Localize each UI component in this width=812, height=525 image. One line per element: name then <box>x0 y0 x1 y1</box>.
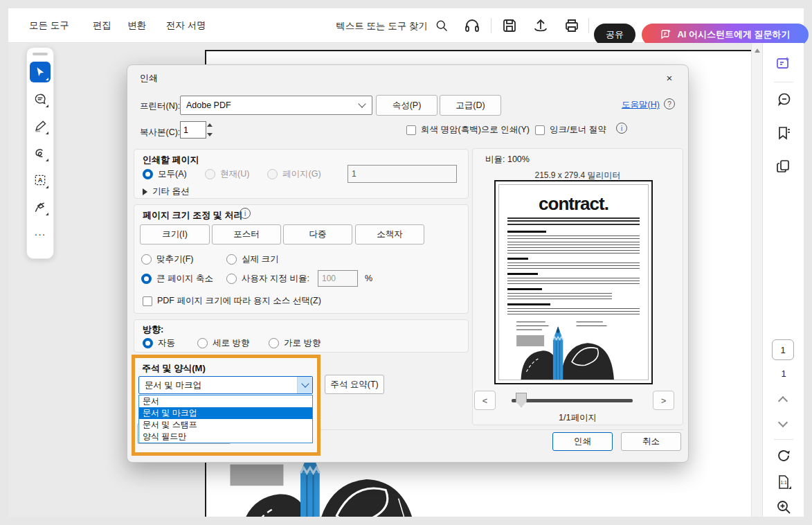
search-input[interactable] <box>324 21 428 31</box>
dropdown-option[interactable]: 문서 <box>139 395 312 407</box>
select-tool-button[interactable] <box>30 62 51 82</box>
tool-rail-drag-handle[interactable] <box>33 53 48 55</box>
menu-edit[interactable]: 편집 <box>93 8 111 43</box>
menu-all-tools[interactable]: 모든 도구 <box>29 8 69 43</box>
fill-sign-tool-button[interactable] <box>30 197 51 217</box>
info-icon[interactable]: i <box>240 208 251 219</box>
preview-text-block <box>507 235 640 239</box>
fit-label: 맞추기(F) <box>156 253 193 265</box>
radio-icon <box>269 338 279 348</box>
menu-esign[interactable]: 전자 서명 <box>166 8 206 43</box>
draw-lasso-tool-button[interactable] <box>30 143 51 163</box>
advanced-button[interactable]: 고급(D) <box>440 95 501 116</box>
cancel-button[interactable]: 취소 <box>621 432 681 451</box>
preview-text-block <box>507 308 640 314</box>
page-range-input[interactable] <box>348 165 457 183</box>
more-options-label: 기타 옵션 <box>152 186 189 197</box>
radio-icon <box>141 274 152 284</box>
radio-landscape[interactable]: 가로 방향 <box>269 337 321 349</box>
text-select-icon: A <box>33 173 47 187</box>
custom-scale-input[interactable] <box>318 270 358 287</box>
page-number-input[interactable]: 1 <box>772 339 794 360</box>
page-slider-track[interactable] <box>512 399 633 402</box>
radio-custom-scale[interactable]: 사용자 지정 비율: <box>226 273 309 285</box>
headset-icon[interactable] <box>464 17 480 34</box>
ai-assistant-icon[interactable] <box>775 55 792 72</box>
properties-button[interactable]: 속성(P) <box>376 95 437 116</box>
edit-pencil-tool-button[interactable] <box>30 116 51 136</box>
radio-shrink-oversized[interactable]: 큰 페이지 축소 <box>141 273 213 285</box>
print-button[interactable]: 인쇄 <box>552 432 613 451</box>
paper-source-checkbox[interactable]: PDF 페이지 크기에 따라 용지 소스 선택(Z) <box>143 295 321 307</box>
spin-up-icon[interactable] <box>207 123 213 127</box>
next-page-chevron-icon[interactable] <box>778 418 788 427</box>
search-box[interactable] <box>324 15 449 36</box>
radio-auto-orientation[interactable]: 자동 <box>143 337 175 349</box>
actual-size-label: 실제 크기 <box>242 253 278 265</box>
save-icon[interactable] <box>501 17 518 34</box>
info-icon[interactable]: i <box>616 123 627 134</box>
combo-chevron-cell[interactable] <box>297 377 312 393</box>
spin-down-icon[interactable] <box>207 133 213 136</box>
printer-label: 프린터(N): <box>140 100 180 112</box>
scroll-up-icon[interactable] <box>755 48 760 53</box>
orientation-title: 방향: <box>143 323 163 336</box>
multiple-button[interactable]: 다중 <box>283 224 352 244</box>
flyout-corner <box>46 78 48 80</box>
radio-page-range[interactable]: 페이지(G) <box>267 168 321 180</box>
preview-heading-stub <box>507 258 528 260</box>
copies-input[interactable] <box>180 121 206 139</box>
pencil-icon <box>33 119 47 133</box>
sizing-section: 페이지 크기 조정 및 처리 i 크기(I) 포스터 다중 소책자 맞추기(F)… <box>134 204 469 314</box>
print-icon[interactable] <box>563 17 580 34</box>
printer-select[interactable]: Adobe PDF <box>180 96 372 115</box>
radio-current-page[interactable]: 현재(U) <box>205 168 249 180</box>
booklet-button[interactable]: 소책자 <box>355 224 424 244</box>
comments-panel-icon[interactable] <box>775 91 792 108</box>
dropdown-option-selected[interactable]: 문서 및 마크업 <box>139 407 312 419</box>
top-toolbar: 모든 도구 편집 변환 전자 서명 공유 AI 어시스턴트에게 질문하기 <box>8 8 804 43</box>
preview-text-block <box>507 293 612 299</box>
radio-fit[interactable]: 맞추기(F) <box>141 253 193 265</box>
canvas-scrollbar[interactable] <box>751 43 762 517</box>
bookmarks-panel-icon[interactable] <box>775 125 792 141</box>
next-page-button[interactable]: > <box>653 391 674 410</box>
ink-saver-checkbox[interactable]: 잉크/토너 절약 <box>535 124 606 136</box>
page-indicator: 1/1페이지 <box>473 412 683 424</box>
comments-forms-value: 문서 및 마크업 <box>139 380 297 391</box>
radio-portrait[interactable]: 세로 방향 <box>197 337 249 349</box>
previous-page-chevron-icon[interactable] <box>778 396 788 406</box>
radio-actual-size[interactable]: 실제 크기 <box>226 253 278 265</box>
right-side-panel: 1 1 1:1 <box>762 43 804 517</box>
page-slider-thumb[interactable] <box>516 393 527 407</box>
comment-summary-button[interactable]: 주석 요약(T) <box>325 375 384 394</box>
zoom-in-icon[interactable] <box>775 499 792 515</box>
comment-tool-button[interactable] <box>30 89 51 109</box>
size-button[interactable]: 크기(I) <box>140 224 210 244</box>
percent-label: % <box>365 274 372 283</box>
poster-button[interactable]: 포스터 <box>212 224 281 244</box>
radio-icon <box>143 169 153 179</box>
toolbar-divider <box>588 18 589 33</box>
actual-size-icon[interactable]: 1:1 <box>775 474 792 490</box>
help-link[interactable]: 도움말(H) <box>622 99 660 111</box>
document-canvas: A ··· 인쇄 × 프린터(N): Adobe PDF 속성(P) 고급(D)… <box>8 43 751 517</box>
dropdown-option[interactable]: 문서 및 스탬프 <box>139 419 312 431</box>
menu-convert[interactable]: 변환 <box>127 8 146 43</box>
rotate-icon[interactable] <box>775 447 792 464</box>
more-tools-button[interactable]: ··· <box>30 224 51 244</box>
help-icon[interactable]: ? <box>664 98 675 109</box>
close-icon[interactable]: × <box>662 70 677 85</box>
comments-forms-select[interactable]: 문서 및 마크업 <box>138 376 313 394</box>
grayscale-checkbox[interactable]: 회색 명암(흑백)으로 인쇄(Y) <box>406 124 530 136</box>
pages-panel-icon[interactable] <box>775 158 792 175</box>
upload-share-icon[interactable] <box>532 17 549 34</box>
text-select-tool-button[interactable]: A <box>30 170 51 190</box>
prev-page-button[interactable]: < <box>474 391 496 410</box>
dropdown-option[interactable]: 양식 필드만 <box>139 431 312 443</box>
print-preview-frame: contract. <box>494 180 653 384</box>
preview-doc-illustration <box>499 319 648 380</box>
copies-stepper[interactable] <box>207 121 217 139</box>
radio-all-pages[interactable]: 모두(A) <box>143 168 187 180</box>
more-options-expander[interactable]: 기타 옵션 <box>143 186 189 197</box>
